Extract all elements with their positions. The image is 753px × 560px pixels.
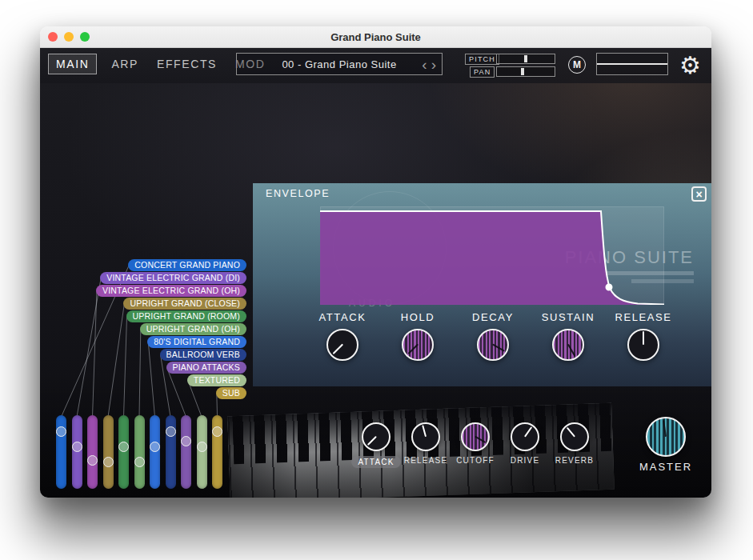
preset-name: 00 - Grand Piano Suite — [282, 58, 396, 70]
titlebar[interactable]: Grand Piano Suite — [40, 26, 711, 48]
zoom-window-button[interactable] — [80, 32, 90, 42]
fader-handle[interactable] — [181, 436, 191, 446]
envelope-knob-cell: SUSTAIN — [531, 311, 606, 361]
envelope-knob-label: RELEASE — [615, 311, 671, 323]
envelope-knob-label: SUSTAIN — [542, 311, 595, 323]
layer-pill[interactable]: UPRIGHT GRAND (ROOM) — [126, 310, 246, 322]
bottom-knob-reverb[interactable] — [560, 422, 589, 451]
master-knob-slot — [646, 417, 686, 457]
layer-fader[interactable] — [134, 415, 145, 489]
tab-effects[interactable]: EFFECTS — [153, 54, 221, 74]
layer-pill[interactable]: PIANO ATTACKS — [166, 362, 246, 374]
envelope-release-handle[interactable] — [606, 284, 613, 291]
layer-fader[interactable] — [150, 415, 160, 489]
fader-handle[interactable] — [150, 442, 160, 452]
fader-handle[interactable] — [103, 457, 114, 467]
knob-pointer — [524, 426, 532, 437]
minimize-window-button[interactable] — [64, 32, 74, 42]
bottom-knob-label: RELEASE — [404, 456, 448, 465]
mono-button[interactable]: M — [568, 56, 586, 74]
pitch-slider-handle[interactable] — [524, 55, 527, 62]
fader-handle[interactable] — [197, 442, 207, 452]
fader-handle[interactable] — [87, 455, 98, 466]
layer-pill[interactable]: BALLROOM VERB — [160, 349, 246, 361]
envelope-knob-row: ATTACKHOLDDECAYSUSTAINRELEASE — [305, 311, 681, 361]
envelope-knob-sustain[interactable] — [552, 329, 584, 361]
preset-prev-icon[interactable]: ‹ — [420, 57, 428, 72]
knob-pointer — [333, 344, 343, 354]
layer-fader[interactable] — [181, 415, 191, 489]
layer-fader[interactable] — [87, 415, 98, 489]
bottom-knob-cell: REVERB — [550, 422, 599, 468]
bottom-knob-release[interactable] — [411, 422, 440, 451]
bottom-knob-cutoff[interactable] — [461, 422, 490, 451]
layer-pill[interactable]: UPRIGHT GRAND (CLOSE) — [123, 298, 246, 310]
layer-pill[interactable]: UPRIGHT GRAND (OH) — [140, 323, 246, 335]
envelope-graph[interactable] — [320, 206, 664, 305]
fader-handle[interactable] — [118, 442, 129, 452]
knob-pointer — [408, 344, 419, 354]
master-block: MASTER — [636, 417, 695, 473]
layer-pill[interactable]: 80'S DIGITAL GRAND — [147, 336, 246, 348]
fader-handle[interactable] — [72, 442, 82, 452]
pitch-slider[interactable] — [496, 54, 555, 64]
envelope-knob-attack[interactable] — [326, 329, 358, 361]
envelope-close-button[interactable]: × — [691, 186, 707, 202]
window-title: Grand Piano Suite — [330, 31, 421, 43]
envelope-knob-label: HOLD — [401, 311, 435, 323]
knob-pointer — [567, 345, 575, 357]
fader-handle[interactable] — [166, 426, 176, 437]
layer-fader[interactable] — [118, 415, 129, 489]
settings-gear-icon[interactable]: ⚙ — [679, 49, 701, 82]
preset-next-icon[interactable]: › — [430, 57, 438, 72]
plugin-ui: MAINARPEFFECTSMOD 00 - Grand Piano Suite… — [40, 48, 711, 498]
envelope-knob-decay[interactable] — [477, 329, 509, 361]
bottom-knob-drive[interactable] — [511, 422, 539, 451]
knob-pointer — [493, 344, 505, 352]
layer-pill[interactable]: CONCERT GRAND PIANO — [128, 259, 246, 271]
close-window-button[interactable] — [48, 32, 58, 42]
knob-pointer — [643, 331, 644, 345]
layer-pill[interactable]: TEXTURED — [187, 374, 246, 386]
output-level-slider[interactable] — [596, 53, 668, 75]
envelope-knob-hold[interactable] — [402, 329, 434, 361]
pan-slider-handle[interactable] — [521, 68, 524, 75]
tab-main[interactable]: MAIN — [48, 54, 97, 74]
layer-fader[interactable] — [212, 415, 222, 489]
envelope-knob-label: DECAY — [472, 311, 514, 323]
traffic-lights — [48, 32, 90, 42]
bottom-knob-label: CUTOFF — [456, 456, 495, 465]
fader-handle[interactable] — [134, 457, 145, 467]
envelope-knob-cell: HOLD — [380, 311, 455, 361]
master-knob[interactable] — [646, 417, 686, 457]
bottom-knob-attack[interactable] — [362, 422, 391, 451]
bottom-knob-cell: ATTACK — [351, 422, 401, 468]
layer-fader[interactable] — [166, 415, 176, 489]
master-label: MASTER — [639, 461, 692, 473]
knob-pointer — [475, 436, 487, 443]
bottom-knob-label: REVERB — [555, 456, 594, 465]
pan-label: PAN — [470, 66, 495, 78]
knob-pointer — [367, 436, 377, 446]
layer-fader[interactable] — [56, 415, 66, 489]
bottom-knob-cell: CUTOFF — [451, 422, 500, 468]
fader-handle[interactable] — [56, 426, 66, 437]
layer-fader[interactable] — [103, 415, 114, 489]
layer-pill[interactable]: SUB — [216, 387, 246, 399]
layer-pill[interactable]: VINTAGE ELECTRIC GRAND (OH) — [96, 285, 246, 297]
preset-nav: ‹ › — [420, 54, 438, 74]
knob-pointer — [567, 427, 575, 438]
envelope-knob-release[interactable] — [627, 329, 659, 361]
preset-selector[interactable]: 00 - Grand Piano Suite ‹ › — [236, 53, 443, 75]
tab-arp[interactable]: ARP — [107, 54, 142, 74]
envelope-knob-cell: ATTACK — [305, 311, 380, 361]
layer-fader[interactable] — [72, 415, 82, 489]
layer-pill[interactable]: VINTAGE ELECTRIC GRAND (DI) — [100, 272, 246, 284]
fader-handle[interactable] — [212, 426, 222, 437]
layer-fader[interactable] — [197, 415, 207, 489]
pan-slider[interactable] — [496, 66, 555, 77]
desktop: Grand Piano Suite MAINARPEFFECTSMOD 00 -… — [0, 0, 753, 560]
envelope-knob-label: ATTACK — [319, 311, 366, 323]
envelope-title: ENVELOPE — [266, 188, 330, 199]
knob-pointer — [663, 420, 667, 437]
